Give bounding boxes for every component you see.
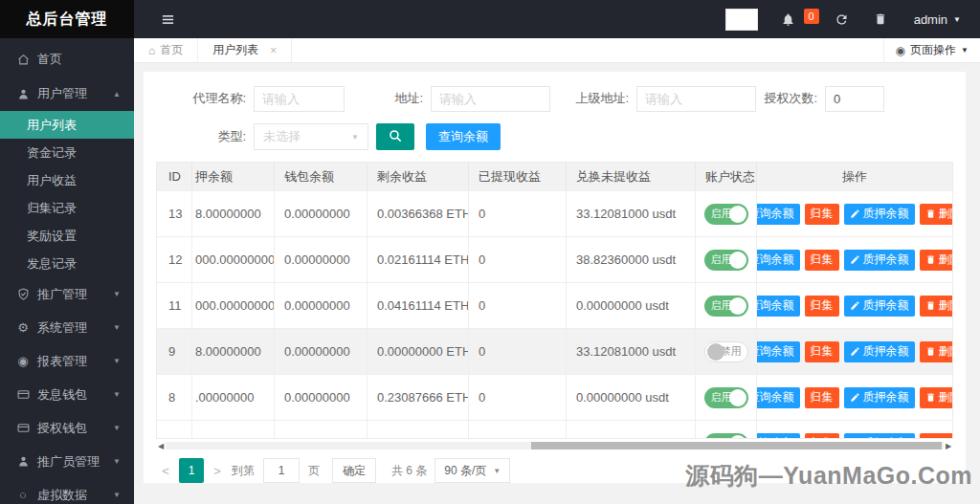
scroll-right-icon[interactable]: ▶ [944, 442, 953, 450]
table-cell: 100.03328891 ETH [368, 421, 469, 439]
trash-icon [925, 346, 936, 357]
delete-button[interactable]: 删除 [920, 250, 953, 271]
confirm-page-button[interactable]: 确定 [332, 458, 376, 483]
action-label: 质押余额 [863, 435, 909, 439]
table-cell: 8 [157, 375, 192, 420]
prev-page-button[interactable]: < [156, 458, 175, 483]
action-label: 查询余额 [757, 297, 794, 314]
user-menu[interactable]: admin ▼ [902, 12, 969, 27]
query-balance-button[interactable]: 查询余额 [426, 123, 501, 150]
target-icon: ◉ [15, 354, 31, 368]
goto-page-input[interactable] [263, 458, 300, 483]
status-toggle[interactable]: 启用 [704, 433, 748, 440]
status-toggle[interactable]: 启用 [704, 296, 748, 317]
status-toggle[interactable]: 启用 [704, 250, 748, 271]
query-balance-button[interactable]: 查询余额 [757, 250, 800, 271]
scrollbar-track[interactable] [166, 442, 944, 449]
delete-button[interactable]: 删除 [920, 387, 953, 408]
chevron-up-icon: ▲ [113, 90, 121, 99]
search-button[interactable] [376, 123, 414, 150]
pledge-balance-button[interactable]: 质押余额 [844, 250, 915, 271]
sidebar-subitem-0[interactable]: 用户列表 [0, 111, 134, 139]
address-input[interactable] [431, 86, 550, 112]
table-row: 700.000000000.00000000100.03328891 ETH12… [157, 420, 952, 439]
pledge-balance-button[interactable]: 质押余额 [844, 433, 915, 440]
status-toggle[interactable]: 启用 [704, 387, 748, 408]
collect-button[interactable]: 归集 [805, 296, 839, 317]
sidebar-subitem-1[interactable]: 资金记录 [0, 139, 134, 166]
sidebar-item-user-mgmt[interactable]: 用户管理 ▲ [0, 77, 134, 111]
delete-button[interactable]: 删除 [920, 296, 953, 317]
chevron-down-icon: ▼ [113, 357, 121, 365]
pledge-balance-button[interactable]: 质押余额 [844, 296, 915, 317]
collect-button[interactable]: 归集 [805, 341, 839, 362]
query-balance-button[interactable]: 查询余额 [757, 341, 800, 362]
pencil-icon [850, 392, 860, 403]
collect-button[interactable]: 归集 [805, 433, 839, 440]
agent-name-input[interactable] [254, 86, 345, 112]
parent-address-label: 上级地址: [550, 90, 636, 107]
home-icon [15, 54, 31, 66]
sidebar-subitem-2[interactable]: 用户收益 [0, 166, 134, 194]
pledge-balance-button[interactable]: 质押余额 [844, 204, 915, 225]
action-label: 删除 [939, 252, 953, 268]
sidebar-item-home[interactable]: 首页 [0, 42, 134, 77]
collect-button[interactable]: 归集 [805, 387, 839, 408]
sidebar-item-promoter[interactable]: 推广员管理▼ [0, 445, 134, 478]
sidebar-item-interest-wallet[interactable]: 发息钱包▼ [0, 378, 134, 411]
table-cell: 0.00000000 usdt [567, 375, 696, 420]
delete-button[interactable]: 删除 [920, 341, 953, 362]
sidebar-item-label: 推广员管理 [37, 453, 100, 471]
delete-button[interactable]: 删除 [920, 433, 953, 440]
table-cell: 7 [157, 421, 192, 439]
scrollbar-thumb[interactable] [531, 442, 942, 449]
query-balance-button[interactable]: 查询余额 [757, 387, 800, 408]
fold-menu-icon[interactable] [161, 12, 175, 27]
navbar-search-box[interactable] [725, 9, 758, 31]
sidebar-item-virtual-data[interactable]: ○虚拟数据▼ [0, 478, 134, 504]
status-label: 启用 [711, 436, 732, 439]
table-cell: 0 [469, 329, 567, 374]
trash-icon[interactable] [866, 12, 895, 26]
auth-count-input[interactable] [825, 86, 884, 112]
refresh-icon[interactable] [827, 12, 857, 27]
actions-cell: 查询余额归集质押余额删除 [757, 421, 952, 439]
type-select[interactable]: 未选择 ▼ [254, 123, 368, 150]
parent-address-input[interactable] [636, 86, 756, 112]
tab-home[interactable]: ⌂ 首页 [134, 38, 198, 62]
current-page-button[interactable]: 1 [179, 458, 204, 483]
sidebar-item-promotion[interactable]: 推广管理▼ [0, 277, 134, 311]
sidebar-item-system[interactable]: ⚙系统管理▼ [0, 311, 134, 344]
tab-user-list[interactable]: 用户列表 × [198, 38, 292, 62]
query-balance-button[interactable]: 查询余额 [757, 433, 800, 440]
tab-label: 首页 [160, 42, 183, 58]
close-icon[interactable]: × [270, 44, 277, 57]
bell-icon[interactable] [773, 12, 803, 27]
pledge-balance-button[interactable]: 质押余额 [844, 341, 915, 362]
sidebar-subitem-3[interactable]: 归集记录 [0, 194, 134, 222]
column-header-wallet: 钱包余额 [275, 163, 368, 190]
scroll-left-icon[interactable]: ◀ [156, 442, 166, 450]
action-label: 删除 [939, 343, 953, 360]
query-balance-button[interactable]: 查询余额 [757, 204, 800, 225]
pencil-icon [850, 254, 860, 265]
chevron-down-icon: ▼ [113, 457, 121, 466]
query-balance-button[interactable]: 查询余额 [757, 296, 800, 317]
action-label: 归集 [811, 252, 834, 268]
per-page-select[interactable]: 90 条/页 ▼ [434, 458, 510, 483]
delete-button[interactable]: 删除 [920, 204, 953, 225]
status-toggle[interactable]: 启用 [704, 204, 748, 225]
sidebar-item-label: 发息钱包 [37, 386, 87, 404]
sidebar-subitem-5[interactable]: 发息记录 [0, 250, 134, 277]
collect-button[interactable]: 归集 [805, 250, 839, 271]
pledge-balance-button[interactable]: 质押余额 [844, 387, 915, 408]
collect-button[interactable]: 归集 [805, 204, 839, 225]
next-page-button[interactable]: > [208, 458, 227, 483]
page-actions-dropdown[interactable]: ◉ 页面操作 ▼ [883, 38, 980, 62]
table-cell: 0 [469, 283, 567, 328]
sidebar-item-reports[interactable]: ◉报表管理▼ [0, 344, 134, 378]
status-toggle[interactable]: 禁用 [704, 341, 748, 362]
sidebar-subitem-4[interactable]: 奖励设置 [0, 222, 134, 250]
trash-icon [925, 254, 936, 265]
sidebar-item-auth-wallet[interactable]: 授权钱包▼ [0, 411, 134, 445]
